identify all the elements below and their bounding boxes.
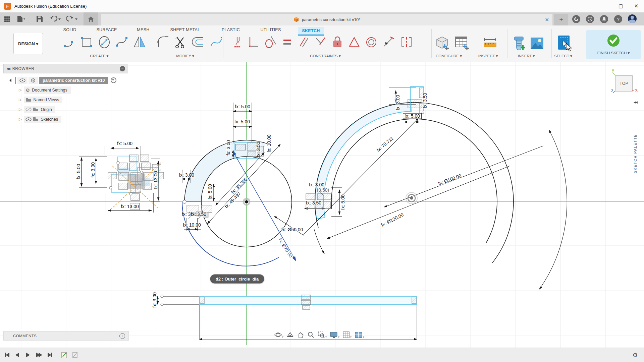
browser-item-named-views[interactable]: ▷ Named Views	[3, 95, 128, 105]
finish-sketch-button[interactable]: FINISH SKETCH ▾	[586, 30, 641, 59]
fix-lock-constraint-icon[interactable]	[332, 36, 343, 49]
document-tab-close-icon[interactable]: ✕	[545, 17, 549, 23]
minimize-button[interactable]: –	[598, 0, 613, 12]
group-label-select[interactable]: SELECT ▾	[554, 54, 572, 58]
group-label-create[interactable]: CREATE ▾	[90, 54, 109, 58]
viewports-icon[interactable]: ▾	[355, 331, 364, 339]
expand-triangle-icon[interactable]	[9, 78, 13, 82]
concentric-constraint-icon[interactable]	[366, 36, 377, 49]
file-menu-icon[interactable]	[17, 12, 25, 25]
insert-image-icon[interactable]	[530, 37, 544, 50]
parallel-constraint-icon[interactable]	[298, 36, 309, 49]
timeline-step-forward-button[interactable]	[36, 351, 42, 359]
tab-solid[interactable]: SOLID	[63, 27, 76, 32]
insert-fastener-icon[interactable]	[513, 36, 526, 51]
zoom-icon[interactable]	[307, 331, 315, 339]
origin-point[interactable]	[245, 200, 248, 203]
look-at-icon[interactable]	[286, 331, 294, 339]
orbit-icon[interactable]: ▾	[274, 331, 283, 339]
workspace-selector[interactable]: DESIGN ▾	[13, 33, 43, 54]
group-label-inspect[interactable]: INSPECT ▾	[478, 54, 498, 58]
tangent-constraint-icon[interactable]	[264, 36, 276, 49]
grid-display-icon[interactable]: ▾	[342, 331, 352, 339]
viewcube[interactable]: TOP Y X Z	[611, 69, 642, 98]
selected-diameter-line[interactable]	[233, 151, 296, 261]
eye-visible-icon[interactable]	[17, 77, 28, 84]
profile-avatar[interactable]	[628, 14, 637, 23]
browser-item-sketches[interactable]: ▷ Sketches	[3, 114, 128, 124]
collapsed-arrow-icon[interactable]: ▷	[19, 107, 21, 112]
collapsed-arrow-icon[interactable]: ▷	[19, 88, 21, 92]
expand-palette-icon[interactable]: ◀◀	[634, 101, 637, 104]
offset-tool-icon[interactable]	[191, 36, 205, 49]
redo-icon[interactable]	[66, 12, 78, 25]
left-sketch-cluster[interactable]	[79, 146, 164, 213]
tab-sketch-active[interactable]: SKETCH	[298, 27, 324, 36]
vertical-horizontal-constraint-icon[interactable]	[248, 36, 259, 49]
timeline-go-end-button[interactable]	[48, 351, 52, 359]
configure-cube-icon[interactable]	[435, 36, 449, 50]
spline-tool-icon[interactable]	[116, 36, 128, 49]
symmetry-constraint-icon[interactable]	[383, 36, 395, 49]
timeline-step-back-button[interactable]	[15, 351, 19, 359]
measure-ruler-icon[interactable]	[482, 36, 498, 50]
eye-visible-icon[interactable]	[25, 117, 32, 121]
collapsed-arrow-icon[interactable]: ▷	[19, 117, 21, 121]
browser-root-row[interactable]: parametric consrtuction kit v10	[3, 75, 128, 85]
comments-bar[interactable]: COMMENTS +	[3, 331, 129, 341]
group-label-constraints[interactable]: CONSTRAINTS ▾	[310, 54, 340, 58]
line-tool-icon[interactable]	[64, 36, 76, 49]
document-tab[interactable]: parametric consrtuction kit v10* ✕	[101, 14, 552, 25]
maximize-button[interactable]: ▢	[613, 0, 629, 12]
undo-icon[interactable]	[50, 12, 61, 25]
rectangle-tool-icon[interactable]	[81, 36, 94, 49]
browser-minimize-icon[interactable]: −	[120, 66, 125, 71]
timeline-go-start-button[interactable]	[5, 351, 9, 359]
save-icon[interactable]	[36, 12, 43, 25]
job-status-clock-icon[interactable]	[586, 15, 594, 23]
arc-center-marker[interactable]	[406, 192, 417, 204]
midpoint-constraint-icon[interactable]	[348, 36, 360, 49]
new-document-tab-button[interactable]: +	[554, 14, 568, 25]
close-button[interactable]: ✕	[629, 0, 644, 12]
collapse-browser-icon[interactable]: ◀◀	[6, 67, 10, 70]
trim-scissors-icon[interactable]	[174, 36, 187, 49]
curvature-constraint-icon[interactable]	[400, 36, 413, 49]
configure-table-icon[interactable]	[454, 36, 470, 50]
tab-plastic[interactable]: PLASTIC	[222, 27, 240, 32]
extensions-icon[interactable]	[572, 15, 580, 23]
group-label-configure[interactable]: CONFIGURE ▾	[436, 54, 462, 58]
activate-component-radio[interactable]	[111, 77, 116, 83]
tab-mesh[interactable]: MESH	[137, 27, 149, 32]
help-icon[interactable]: ?	[614, 15, 622, 23]
app-grid-icon[interactable]	[4, 12, 10, 25]
home-button[interactable]	[84, 12, 98, 25]
equal-constraint-icon[interactable]	[282, 36, 292, 49]
display-settings-icon[interactable]: ▾	[330, 331, 339, 339]
pan-hand-icon[interactable]	[297, 331, 304, 339]
group-label-modify[interactable]: MODIFY ▾	[176, 54, 194, 58]
timeline-sketch-feature-icon[interactable]	[61, 351, 68, 359]
tab-surface[interactable]: SURFACE	[96, 27, 117, 32]
root-component-label[interactable]: parametric consrtuction kit v10	[39, 77, 108, 84]
browser-item-origin[interactable]: ▷ Origin	[3, 105, 128, 114]
middle-circle-sketch[interactable]: ∥⊥	[182, 103, 304, 266]
highlighted-arc-band[interactable]	[315, 103, 411, 219]
browser-header[interactable]: ◀◀ BROWSER −	[3, 64, 128, 73]
mirror-tool-icon[interactable]	[133, 36, 146, 49]
notifications-bell-icon[interactable]	[600, 15, 608, 23]
timeline-settings-gear-icon[interactable]: ⚙	[633, 351, 638, 359]
fit-curve-tool-icon[interactable]	[210, 36, 223, 49]
fillet-tool-icon[interactable]	[157, 36, 170, 49]
eye-hidden-icon[interactable]	[25, 107, 32, 112]
coincident-constraint-icon[interactable]	[232, 36, 242, 49]
circle-tool-icon[interactable]	[98, 36, 111, 49]
timeline-play-button[interactable]	[26, 351, 30, 359]
collapsed-arrow-icon[interactable]: ▷	[19, 98, 21, 102]
perpendicular-constraint-icon[interactable]	[315, 36, 326, 49]
zoom-window-icon[interactable]: ▾	[318, 331, 327, 339]
add-comment-icon[interactable]: +	[119, 333, 125, 339]
tab-utilities[interactable]: UTILITIES	[260, 27, 281, 32]
tab-sheet-metal[interactable]: SHEET METAL	[170, 27, 200, 32]
sketch-palette-tab[interactable]: ◀◀ SKETCH PALETTE	[633, 101, 637, 173]
